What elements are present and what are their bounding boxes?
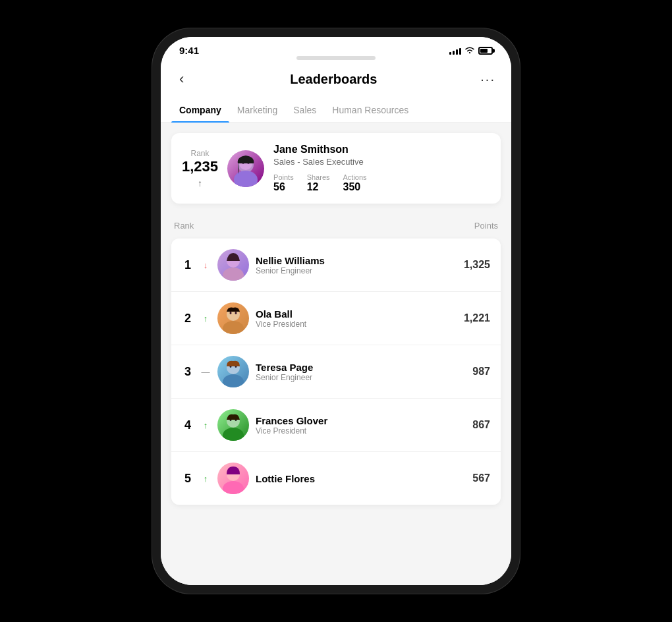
item-points: 567 bbox=[472, 472, 490, 484]
rank-number: 1,235 bbox=[182, 158, 218, 175]
item-details: Teresa Page Senior Engineer bbox=[256, 362, 466, 382]
item-rank: 2 bbox=[182, 312, 194, 325]
item-details: Nellie Williams Senior Engineer bbox=[256, 255, 457, 275]
page-title: Leaderboards bbox=[290, 72, 377, 87]
svg-point-11 bbox=[223, 321, 244, 334]
stat-shares: Shares 12 bbox=[307, 173, 330, 193]
item-details: Ola Ball Vice President bbox=[256, 308, 457, 329]
leaderboard-list: 1 ↓ Nellie Williams Senior Engin bbox=[171, 239, 501, 505]
avatar bbox=[217, 463, 249, 494]
table-row[interactable]: 4 ↑ Frances Glover Vice Presiden bbox=[171, 399, 501, 452]
stat-actions-label: Actions bbox=[343, 173, 367, 181]
item-title: Vice President bbox=[256, 426, 466, 436]
svg-point-8 bbox=[230, 258, 232, 261]
more-button[interactable]: ··· bbox=[480, 72, 495, 87]
user-avatar bbox=[227, 150, 264, 187]
svg-point-19 bbox=[223, 428, 244, 441]
svg-point-7 bbox=[223, 268, 244, 281]
item-title: Senior Engineer bbox=[256, 266, 457, 275]
table-row[interactable]: 3 — Teresa Page Senior Engineer bbox=[171, 345, 501, 399]
table-row[interactable]: 2 ↑ Ola Ball Vice President bbox=[171, 292, 501, 345]
item-name: Frances Glover bbox=[256, 415, 466, 426]
tab-sales[interactable]: Sales bbox=[285, 98, 324, 122]
stat-shares-label: Shares bbox=[307, 173, 330, 181]
tab-marketing[interactable]: Marketing bbox=[229, 98, 285, 122]
battery-icon bbox=[478, 47, 493, 55]
user-rank-section: Rank 1,235 ↑ bbox=[182, 149, 218, 188]
svg-point-23 bbox=[223, 481, 244, 494]
svg-point-13 bbox=[235, 312, 237, 314]
user-card: Rank 1,235 ↑ bbox=[171, 133, 501, 204]
item-name: Lottie Flores bbox=[256, 473, 466, 484]
user-name: Jane Smithson bbox=[273, 144, 490, 156]
item-title: Senior Engineer bbox=[256, 373, 466, 382]
item-points: 867 bbox=[472, 419, 490, 431]
signal-icon bbox=[449, 47, 461, 55]
stat-points: Points 56 bbox=[273, 173, 294, 193]
stat-actions-value: 350 bbox=[343, 181, 367, 193]
status-icons bbox=[449, 45, 493, 55]
stat-actions: Actions 350 bbox=[343, 173, 367, 193]
back-button[interactable]: ‹ bbox=[177, 68, 186, 90]
user-role: Sales - Sales Executive bbox=[273, 157, 490, 167]
rank-trend-icon: ↑ bbox=[198, 178, 202, 188]
status-time: 9:41 bbox=[179, 45, 199, 56]
wifi-icon bbox=[464, 45, 475, 55]
svg-point-12 bbox=[230, 312, 232, 314]
trend-icon: — bbox=[200, 367, 211, 377]
svg-point-0 bbox=[469, 52, 470, 53]
column-points-label: Points bbox=[474, 221, 498, 231]
user-stats: Points 56 Shares 12 Actions 350 bbox=[273, 173, 490, 193]
avatar bbox=[217, 356, 249, 387]
trend-icon: ↑ bbox=[200, 314, 211, 324]
table-row[interactable]: 1 ↓ Nellie Williams Senior Engin bbox=[171, 239, 501, 292]
user-info: Jane Smithson Sales - Sales Executive Po… bbox=[273, 144, 490, 193]
phone-screen: 9:41 bbox=[161, 37, 511, 585]
notch bbox=[296, 56, 376, 60]
avatar bbox=[217, 249, 249, 281]
tab-company[interactable]: Company bbox=[171, 98, 229, 122]
content-area: Rank 1,235 ↑ bbox=[161, 123, 511, 585]
phone-frame: 9:41 bbox=[152, 28, 520, 594]
item-title: Vice President bbox=[256, 320, 457, 329]
avatar bbox=[217, 409, 249, 441]
item-name: Ola Ball bbox=[256, 308, 457, 320]
column-rank-label: Rank bbox=[174, 221, 194, 231]
item-details: Lottie Flores bbox=[256, 473, 466, 484]
item-rank: 1 bbox=[182, 258, 194, 272]
svg-point-9 bbox=[235, 258, 237, 261]
rank-label: Rank bbox=[191, 149, 210, 158]
tab-hr[interactable]: Human Resources bbox=[324, 98, 416, 122]
stat-shares-value: 12 bbox=[307, 181, 330, 193]
stat-points-label: Points bbox=[273, 173, 294, 181]
trend-icon: ↑ bbox=[200, 474, 211, 484]
tab-bar: Company Marketing Sales Human Resources bbox=[161, 98, 511, 123]
trend-icon: ↑ bbox=[200, 420, 211, 430]
item-rank: 3 bbox=[182, 365, 194, 379]
item-points: 1,221 bbox=[464, 312, 490, 324]
header: ‹ Leaderboards ··· bbox=[161, 63, 511, 98]
notch-area bbox=[161, 56, 511, 60]
table-row[interactable]: 5 ↑ Lottie Flores bbox=[171, 452, 501, 505]
stat-points-value: 56 bbox=[273, 181, 294, 193]
avatar bbox=[217, 302, 249, 334]
item-name: Nellie Williams bbox=[256, 255, 457, 266]
item-points: 1,325 bbox=[464, 259, 490, 271]
item-name: Teresa Page bbox=[256, 362, 466, 373]
item-points: 987 bbox=[472, 366, 490, 378]
item-rank: 4 bbox=[182, 418, 194, 432]
trend-icon: ↓ bbox=[200, 260, 211, 270]
table-header: Rank Points bbox=[171, 217, 501, 235]
item-rank: 5 bbox=[182, 472, 194, 486]
svg-point-2 bbox=[234, 171, 258, 187]
item-details: Frances Glover Vice President bbox=[256, 415, 466, 436]
svg-point-15 bbox=[223, 374, 244, 387]
